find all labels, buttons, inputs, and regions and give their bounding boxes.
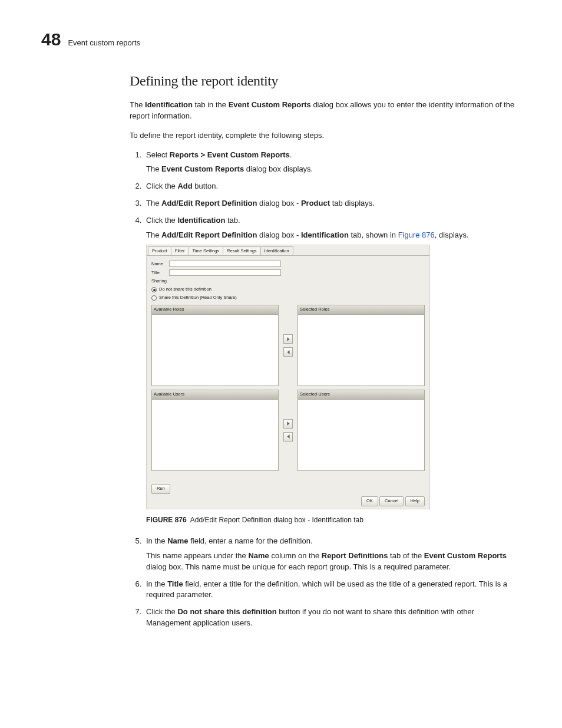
text: dialog box displays.	[244, 164, 313, 173]
text: dialog box. This name must be unique for…	[146, 562, 451, 571]
strong-event-custom-reports: Event Custom Reports	[161, 164, 244, 173]
text: button.	[193, 182, 218, 190]
step-3: The Add/Edit Report Definition dialog bo…	[144, 198, 521, 209]
available-roles-list[interactable]	[151, 314, 279, 386]
title-label: Title	[151, 270, 169, 276]
strong-event-custom-reports: Event Custom Reports	[229, 100, 311, 109]
add-edit-report-dialog: Product Filter Time Settings Result Sett…	[146, 245, 430, 509]
text: In the	[146, 579, 167, 588]
run-button[interactable]: Run	[151, 484, 170, 494]
roles-transfer: Available Roles Selected Roles	[151, 305, 425, 386]
text: The	[146, 199, 161, 207]
name-input[interactable]	[169, 261, 281, 267]
selected-users-list[interactable]	[297, 399, 425, 471]
step-6: In the Title field, enter a title for th…	[144, 579, 521, 601]
radio-label: Share this Definition (Read Only Share)	[159, 295, 237, 301]
title-input[interactable]	[169, 269, 281, 276]
figure-number: FIGURE 876	[146, 516, 187, 524]
radio-do-not-share[interactable]: Do not share this definition	[151, 286, 425, 293]
chevron-left-icon	[286, 434, 290, 439]
strong-event-custom-reports: Event Custom Reports	[424, 551, 507, 560]
step-5: In the Name field, enter a name for the …	[144, 536, 521, 573]
strong-name: Name	[167, 536, 188, 545]
move-right-button[interactable]	[283, 334, 293, 344]
name-label: Name	[151, 261, 169, 268]
text: field, enter a title for the definition,…	[146, 579, 507, 599]
intro-paragraph-1: The Identification tab in the Event Cust…	[130, 100, 521, 122]
tab-filter[interactable]: Filter	[171, 246, 189, 256]
section-heading: Defining the report identity	[130, 73, 521, 89]
text: dialog box -	[257, 230, 301, 239]
figure-caption-text: Add/Edit Report Definition dialog box - …	[190, 516, 363, 524]
strong-identification: Identification	[177, 216, 225, 225]
text: tab of the	[388, 551, 424, 560]
dialog-tab-body: Name Title Sharing Do not share this def…	[147, 255, 429, 475]
strong-report-definitions: Report Definitions	[322, 551, 388, 560]
help-button[interactable]: Help	[405, 496, 425, 506]
text: tab displays.	[330, 199, 375, 207]
text: Select	[146, 150, 170, 159]
text: In the	[146, 536, 167, 545]
tab-product[interactable]: Product	[148, 246, 171, 256]
text: Click the	[146, 216, 177, 225]
text: column on the	[269, 551, 322, 560]
chapter-number: 48	[41, 29, 61, 50]
step-1: Select Reports > Event Custom Reports. T…	[144, 150, 521, 176]
radio-label: Do not share this definition	[159, 286, 211, 293]
page-header: 48 Event custom reports	[41, 29, 521, 50]
page: 48 Event custom reports Defining the rep…	[0, 0, 562, 670]
figure-caption: FIGURE 876 Add/Edit Report Definition di…	[146, 515, 521, 525]
dialog-tabs: Product Filter Time Settings Result Sett…	[147, 245, 429, 256]
strong-product: Product	[301, 199, 330, 207]
move-left-button[interactable]	[283, 347, 293, 357]
move-right-button[interactable]	[283, 419, 293, 429]
chevron-right-icon	[286, 337, 290, 341]
text: , displays.	[435, 230, 469, 239]
intro-paragraph-2: To define the report identity, complete …	[130, 130, 521, 141]
strong-identification: Identification	[301, 230, 349, 239]
text: The	[146, 230, 161, 239]
selected-roles-list[interactable]	[297, 314, 425, 386]
move-left-button[interactable]	[283, 432, 293, 442]
strong-name: Name	[248, 551, 269, 560]
text: The	[146, 164, 161, 173]
text: tab in the	[193, 100, 229, 109]
text: field, enter a name for the definition.	[189, 536, 313, 545]
text: This name appears under the	[146, 551, 248, 560]
selected-roles-header: Selected Roles	[297, 305, 425, 314]
users-transfer: Available Users Selected Users	[151, 390, 425, 471]
available-users-header: Available Users	[151, 390, 279, 399]
chevron-right-icon	[286, 421, 290, 426]
step-4: Click the Identification tab. The Add/Ed…	[144, 215, 521, 525]
radio-share-readonly[interactable]: Share this Definition (Read Only Share)	[151, 295, 425, 301]
text: tab.	[225, 216, 240, 225]
selected-users-header: Selected Users	[297, 390, 425, 399]
strong-menu-path: Reports > Event Custom Reports	[170, 150, 290, 159]
text: .	[290, 150, 292, 159]
content-column: Defining the report identity The Identif…	[130, 73, 521, 629]
tab-identification[interactable]: Identification	[260, 246, 293, 256]
text: dialog box -	[257, 199, 301, 207]
radio-icon	[151, 287, 157, 292]
text: Click the	[146, 182, 177, 190]
radio-icon	[151, 295, 157, 301]
text: tab, shown in	[349, 230, 398, 239]
tab-result-settings[interactable]: Result Settings	[223, 246, 260, 256]
figure-link[interactable]: Figure 876	[398, 230, 435, 239]
ok-button[interactable]: OK	[361, 496, 378, 506]
strong-title: Title	[167, 579, 183, 588]
step-7: Click the Do not share this definition b…	[144, 607, 521, 629]
text: The	[130, 100, 145, 109]
chevron-left-icon	[286, 350, 290, 354]
sharing-label: Sharing	[151, 278, 425, 285]
strong-add-edit-def: Add/Edit Report Definition	[161, 199, 257, 207]
section-name: Event custom reports	[68, 38, 140, 47]
step-list: Select Reports > Event Custom Reports. T…	[130, 150, 521, 629]
available-roles-header: Available Roles	[151, 305, 279, 314]
strong-identification: Identification	[145, 100, 193, 109]
text: Click the	[146, 607, 177, 616]
cancel-button[interactable]: Cancel	[379, 496, 404, 506]
step-2: Click the Add button.	[144, 181, 521, 192]
tab-time-settings[interactable]: Time Settings	[189, 246, 224, 256]
available-users-list[interactable]	[151, 399, 279, 471]
